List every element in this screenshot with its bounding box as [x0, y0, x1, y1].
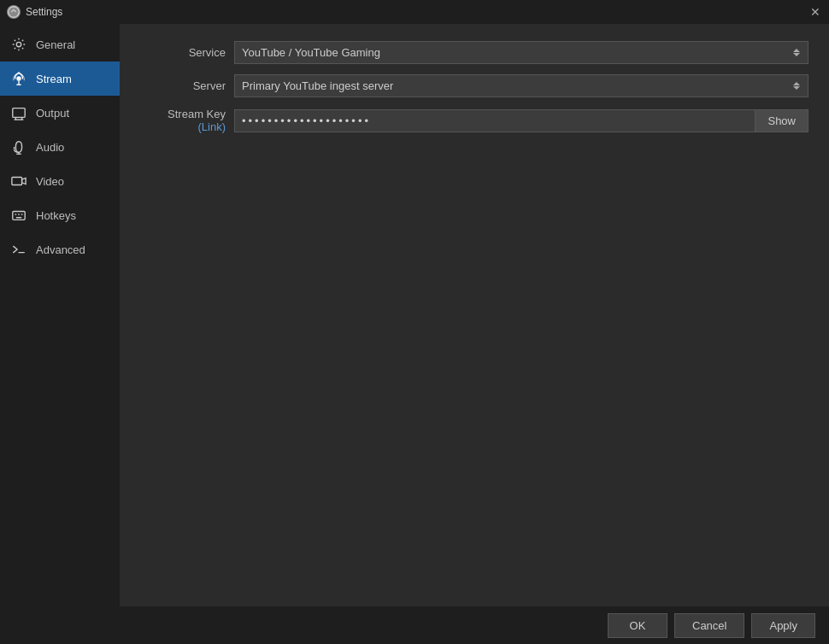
- window-icon: [7, 5, 21, 19]
- output-icon: [10, 104, 27, 121]
- svg-rect-5: [13, 108, 25, 118]
- svg-point-0: [9, 7, 19, 17]
- server-control: Primary YouTube ingest server Secondary …: [234, 74, 808, 97]
- sidebar-item-general[interactable]: General: [0, 27, 120, 61]
- sidebar-item-hotkeys[interactable]: Hotkeys: [0, 198, 120, 232]
- sidebar-item-label-advanced: Advanced: [36, 243, 85, 256]
- service-row: Service YouTube / YouTube Gaming Twitch …: [140, 41, 808, 64]
- main-panel: Service YouTube / YouTube Gaming Twitch …: [120, 24, 829, 606]
- sidebar-item-label-audio: Audio: [36, 141, 64, 154]
- main-spacer: [140, 143, 808, 589]
- sidebar-item-label-hotkeys: Hotkeys: [36, 209, 76, 222]
- hotkeys-icon: [10, 207, 27, 224]
- show-button[interactable]: Show: [755, 109, 808, 132]
- close-button[interactable]: ✕: [808, 5, 822, 19]
- stream-key-label: Stream Key (Link): [140, 108, 234, 133]
- svg-point-1: [16, 42, 21, 46]
- sidebar-item-video[interactable]: Video: [0, 164, 120, 198]
- content-area: General Stream: [0, 24, 829, 606]
- sidebar-item-label-stream: Stream: [36, 73, 72, 85]
- stream-key-control: Show: [234, 109, 808, 132]
- server-select[interactable]: Primary YouTube ingest server Secondary …: [234, 74, 808, 97]
- svg-rect-12: [13, 212, 25, 220]
- svg-point-2: [16, 76, 21, 80]
- sidebar-item-stream[interactable]: Stream: [0, 61, 120, 96]
- service-label: Service: [140, 46, 234, 59]
- sidebar-item-audio[interactable]: Audio: [0, 130, 120, 164]
- apply-button[interactable]: Apply: [751, 613, 815, 638]
- title-bar-left: Settings: [7, 5, 62, 19]
- settings-window: Settings ✕ General: [0, 0, 829, 644]
- stream-key-wrapper: Show: [234, 109, 808, 132]
- stream-key-link[interactable]: (Link): [197, 120, 226, 133]
- stream-key-row: Stream Key (Link) Show: [140, 108, 808, 133]
- service-select-wrapper: YouTube / YouTube Gaming Twitch Facebook…: [234, 41, 808, 64]
- audio-icon: [10, 138, 27, 155]
- service-select[interactable]: YouTube / YouTube Gaming Twitch Facebook…: [234, 41, 808, 64]
- service-control: YouTube / YouTube Gaming Twitch Facebook…: [234, 41, 808, 64]
- window-title: Settings: [26, 6, 62, 18]
- server-label: Server: [140, 79, 234, 92]
- server-row: Server Primary YouTube ingest server Sec…: [140, 74, 808, 97]
- title-bar: Settings ✕: [0, 0, 829, 24]
- ok-button[interactable]: OK: [608, 613, 667, 638]
- cancel-button[interactable]: Cancel: [674, 613, 744, 638]
- sidebar-item-advanced[interactable]: Advanced: [0, 232, 120, 266]
- video-icon: [10, 173, 27, 190]
- footer: OK Cancel Apply: [0, 606, 829, 644]
- sidebar-item-label-general: General: [36, 38, 75, 51]
- general-icon: [10, 36, 27, 53]
- advanced-icon: [10, 241, 27, 258]
- sidebar-item-output[interactable]: Output: [0, 96, 120, 130]
- sidebar-item-label-video: Video: [36, 175, 64, 188]
- stream-icon: [10, 70, 27, 87]
- sidebar: General Stream: [0, 24, 120, 606]
- server-select-wrapper: Primary YouTube ingest server Secondary …: [234, 74, 808, 97]
- stream-key-input[interactable]: [234, 109, 755, 132]
- svg-rect-11: [12, 178, 22, 185]
- sidebar-item-label-output: Output: [36, 107, 69, 120]
